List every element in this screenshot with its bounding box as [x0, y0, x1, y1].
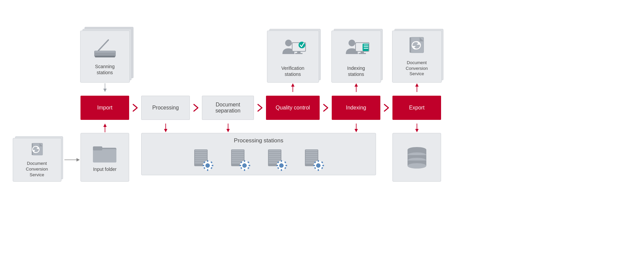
- arrow-proc-down: [162, 123, 170, 133]
- svg-rect-10: [95, 56, 115, 57]
- main-section: Scanning stations: [80, 22, 634, 257]
- chevron-3: [254, 96, 266, 120]
- svg-rect-99: [285, 165, 287, 166]
- processing-stations-title: Processing stations: [234, 137, 283, 144]
- dcs-right-card: Document Conversion Service: [392, 31, 442, 83]
- database-card: [392, 133, 441, 182]
- svg-rect-60: [207, 160, 208, 162]
- svg-rect-51: [195, 150, 207, 151]
- svg-marker-47: [226, 129, 230, 132]
- svg-rect-63: [212, 165, 213, 166]
- scanning-label: Scanning stations: [95, 63, 114, 76]
- dcs-right-label: Document Conversion Service: [406, 60, 428, 77]
- svg-rect-88: [269, 152, 281, 153]
- svg-rect-109: [306, 158, 318, 159]
- input-folder-label: Input folder: [93, 166, 116, 172]
- processing-stations-icons: [192, 148, 326, 172]
- down-arrows-row: [141, 123, 380, 133]
- verification-card: Verification stations: [267, 31, 319, 83]
- svg-rect-87: [269, 150, 281, 151]
- svg-rect-16: [297, 52, 301, 53]
- processing-cell: Processing: [141, 96, 190, 120]
- indexing-icon: [341, 36, 371, 62]
- indexing-cell: Indexing: [332, 96, 380, 120]
- svg-rect-53: [195, 154, 207, 155]
- svg-rect-108: [306, 156, 318, 157]
- svg-rect-98: [276, 165, 278, 166]
- svg-rect-43: [93, 146, 102, 150]
- svg-rect-25: [359, 53, 366, 54]
- svg-rect-74: [232, 160, 244, 161]
- dcs-right-cell: Document Conversion Service: [392, 31, 441, 93]
- qc-cell: Quality control: [266, 96, 320, 120]
- processing-label: Processing: [152, 105, 179, 111]
- arrow-docsep-down: [224, 123, 232, 133]
- flow-row: Import Processing: [80, 93, 634, 123]
- svg-point-95: [279, 164, 283, 168]
- chevron-1: [129, 96, 141, 120]
- scanner-icon: [92, 37, 118, 61]
- input-folder-card: Input folder: [80, 133, 129, 182]
- arrow-proc-down-cell: [141, 123, 190, 133]
- import-box: Import: [80, 96, 129, 120]
- qc-label: Quality control: [276, 105, 310, 111]
- svg-rect-92: [269, 160, 281, 161]
- svg-rect-117: [322, 165, 324, 166]
- verification-cell: Verification stations: [266, 31, 320, 93]
- svg-rect-70: [232, 152, 244, 153]
- svg-marker-40: [103, 124, 107, 127]
- svg-point-113: [316, 164, 320, 168]
- export-box: Export: [392, 96, 441, 120]
- svg-marker-49: [355, 129, 358, 132]
- diagram: Document Conversion Service: [0, 15, 644, 264]
- dcs-right-icon: [406, 36, 428, 57]
- arrow-scan-down: [101, 83, 109, 93]
- arrow-dcs-to-import: [64, 62, 80, 257]
- server-icon-4: [302, 148, 326, 172]
- svg-rect-81: [249, 165, 250, 166]
- verification-icon: [278, 36, 308, 62]
- svg-marker-6: [76, 158, 80, 161]
- svg-marker-38: [415, 83, 419, 87]
- arrow-folder-up: [101, 123, 109, 133]
- svg-rect-110: [306, 160, 318, 161]
- svg-point-21: [348, 40, 355, 46]
- svg-rect-52: [195, 152, 207, 153]
- svg-rect-56: [195, 160, 207, 161]
- svg-rect-72: [232, 156, 244, 157]
- indexing-stations-cell: Indexing stations: [332, 31, 380, 93]
- svg-rect-73: [232, 158, 244, 159]
- svg-rect-116: [313, 165, 315, 166]
- svg-rect-71: [232, 154, 244, 155]
- import-cell: Import: [80, 96, 129, 120]
- svg-line-9: [98, 40, 108, 51]
- svg-point-18: [299, 42, 305, 48]
- arrow-export-down: [413, 123, 421, 133]
- chevron-5: [380, 96, 392, 120]
- svg-rect-24: [361, 52, 364, 53]
- left-section: Document Conversion Service: [10, 22, 64, 257]
- svg-marker-45: [164, 129, 167, 132]
- svg-rect-89: [269, 154, 281, 155]
- docsep-box: Document separation: [202, 96, 254, 120]
- arrow-indexstations-up: [352, 83, 360, 93]
- svg-rect-61: [207, 169, 208, 171]
- svg-rect-107: [306, 154, 318, 155]
- arrow-index-down: [352, 123, 360, 133]
- folder-icon: [92, 142, 117, 164]
- scanning-card: Scanning stations: [80, 31, 130, 83]
- indexing-stations-label: Indexing stations: [347, 65, 365, 77]
- svg-marker-20: [291, 83, 294, 87]
- svg-rect-96: [281, 160, 282, 162]
- svg-point-13: [285, 40, 292, 46]
- docsep-cell: Document separation: [202, 96, 254, 120]
- import-label: Import: [97, 105, 112, 111]
- arrow-index-down-cell: [332, 123, 380, 133]
- indexing-stations-card: Indexing stations: [331, 31, 381, 83]
- dcs-left-icon: [26, 142, 48, 158]
- svg-marker-123: [415, 129, 419, 132]
- bottom-row: Input folder: [80, 123, 634, 193]
- svg-rect-54: [195, 156, 207, 157]
- svg-point-59: [206, 164, 210, 168]
- svg-point-77: [243, 164, 247, 168]
